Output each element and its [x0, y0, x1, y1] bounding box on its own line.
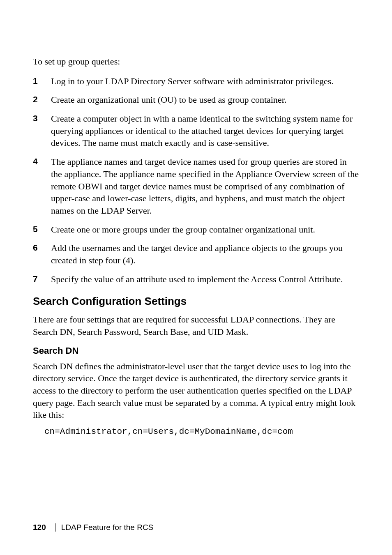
step-item: Add the usernames and the target device … — [33, 242, 359, 266]
step-item: Create an organizational unit (OU) to be… — [33, 94, 359, 106]
step-item: Specify the value of an attribute used t… — [33, 273, 359, 286]
intro-text: To set up group queries: — [33, 55, 359, 68]
page-footer: 120 LDAP Feature for the RCS — [33, 523, 153, 532]
footer-divider — [55, 523, 55, 532]
section-body: There are four settings that are require… — [33, 313, 359, 338]
steps-list: Log in to your LDAP Directory Server sof… — [33, 75, 359, 286]
code-block: cn=Administrator,cn=Users,dc=MyDomainNam… — [44, 427, 359, 436]
section-heading: Search Configuration Settings — [33, 295, 359, 308]
subsection-heading: Search DN — [33, 345, 359, 356]
step-item: Create a computer object in with a name … — [33, 113, 359, 149]
subsection-body: Search DN defines the administrator-leve… — [33, 360, 359, 421]
step-item: Log in to your LDAP Directory Server sof… — [33, 75, 359, 88]
page-container: To set up group queries: Log in to your … — [0, 0, 392, 555]
page-number: 120 — [33, 523, 46, 532]
footer-title: LDAP Feature for the RCS — [61, 523, 154, 532]
step-item: The appliance names and target device na… — [33, 156, 359, 216]
step-item: Create one or more groups under the grou… — [33, 223, 359, 236]
